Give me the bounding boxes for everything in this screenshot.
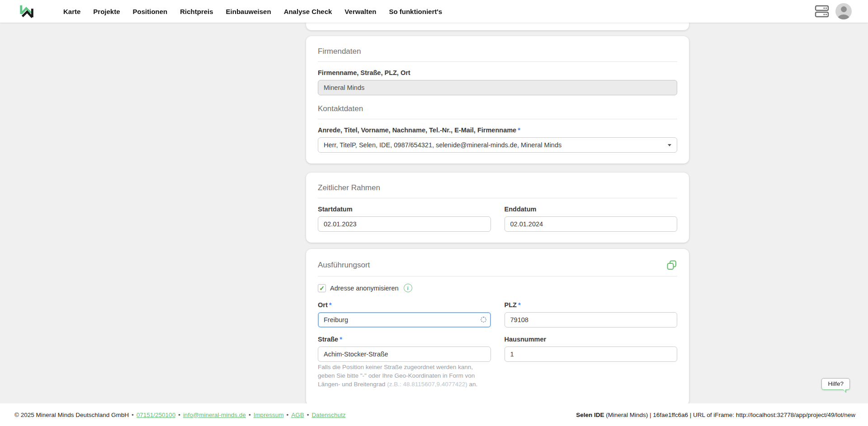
nav-item-so-funktionierts[interactable]: So funktioniert's bbox=[389, 8, 442, 15]
section-divider bbox=[318, 276, 677, 276]
strasse-input[interactable] bbox=[318, 346, 491, 362]
datenschutz-link[interactable]: Datenschutz bbox=[311, 412, 345, 418]
hint-example-text: (z.B.: 48.8115607,9.4077422) bbox=[387, 381, 467, 388]
plz-label-text: PLZ bbox=[505, 301, 517, 309]
zeitlicher-rahmen-card: Zeitlicher Rahmen Startdatum Enddatum bbox=[306, 173, 689, 243]
startdatum-input[interactable] bbox=[318, 216, 491, 232]
section-divider bbox=[318, 61, 677, 62]
page-footer: © 2025 Mineral Minds Deutschland GmbH • … bbox=[0, 403, 868, 426]
previous-section-card-partial bbox=[306, 23, 689, 30]
hausnummer-label: Hausnummer bbox=[505, 336, 678, 343]
enddatum-input[interactable] bbox=[505, 216, 678, 232]
nav-item-positionen[interactable]: Positionen bbox=[133, 8, 168, 15]
form-content: Firmendaten Firmenname, Straße, PLZ, Ort… bbox=[306, 23, 689, 426]
firmendaten-card: Firmendaten Firmenname, Straße, PLZ, Ort… bbox=[306, 36, 689, 164]
ort-input[interactable] bbox=[318, 312, 491, 328]
main-navigation: Karte Projekte Positionen Richtpreis Ein… bbox=[63, 8, 442, 15]
ort-field-group: Ort* bbox=[318, 301, 491, 328]
nav-item-einbauweisen[interactable]: Einbauweisen bbox=[226, 8, 271, 15]
nav-item-analyse-check[interactable]: Analyse Check bbox=[284, 8, 332, 15]
footer-separator: • bbox=[286, 412, 288, 418]
firmenname-input bbox=[318, 80, 677, 95]
anonymize-checkbox[interactable] bbox=[318, 284, 326, 292]
footer-separator: • bbox=[249, 412, 251, 418]
section-divider bbox=[318, 198, 677, 198]
startdatum-label: Startdatum bbox=[318, 206, 491, 213]
kontakt-field-group: Anrede, Titel, Vorname, Nachname, Tel.-N… bbox=[318, 126, 677, 153]
hint-suffix-text: an. bbox=[469, 381, 478, 388]
footer-separator: • bbox=[178, 412, 180, 418]
footer-separator: • bbox=[307, 412, 309, 418]
required-marker: * bbox=[329, 301, 332, 309]
ausfuehrungsort-title: Ausführungsort bbox=[318, 261, 370, 270]
agb-link[interactable]: AGB bbox=[291, 412, 304, 418]
copy-icon[interactable] bbox=[666, 260, 677, 271]
enddatum-label: Enddatum bbox=[505, 206, 678, 213]
app-info-text: (Mineral Minds) | 16fae1ffc6a6 | URL of … bbox=[606, 412, 855, 418]
impressum-link[interactable]: Impressum bbox=[254, 412, 284, 418]
phone-link[interactable]: 07151/250100 bbox=[137, 412, 175, 418]
plz-input[interactable] bbox=[505, 312, 678, 328]
footer-right: Selen IDE (Mineral Minds) | 16fae1ffc6a6… bbox=[576, 412, 855, 418]
zeitlicher-rahmen-title: Zeitlicher Rahmen bbox=[318, 183, 677, 192]
strasse-hint-text: Falls die Position keiner Straße zugeord… bbox=[318, 363, 491, 389]
kontakt-select[interactable]: Herr, TitelP, Selen, IDE, 0987/654321, s… bbox=[318, 137, 677, 153]
required-marker: * bbox=[340, 336, 342, 343]
nav-item-karte[interactable]: Karte bbox=[63, 8, 80, 15]
ort-label: Ort* bbox=[318, 301, 491, 309]
ausfuehrungsort-header: Ausführungsort bbox=[318, 260, 677, 271]
strasse-label: Straße* bbox=[318, 336, 491, 343]
ort-label-text: Ort bbox=[318, 301, 328, 309]
user-avatar-icon[interactable] bbox=[835, 3, 852, 19]
copyright-text: © 2025 Mineral Minds Deutschland GmbH bbox=[14, 412, 129, 418]
firmendaten-title: Firmendaten bbox=[318, 47, 677, 56]
app-name-text: Selen IDE bbox=[576, 412, 604, 418]
kontakt-select-value: Herr, TitelP, Selen, IDE, 0987/654321, s… bbox=[324, 141, 561, 149]
section-divider bbox=[318, 119, 677, 119]
info-icon[interactable]: i bbox=[404, 284, 412, 292]
loading-spinner-icon bbox=[481, 317, 486, 323]
server-icon[interactable] bbox=[815, 5, 829, 18]
footer-left: © 2025 Mineral Minds Deutschland GmbH • … bbox=[14, 412, 345, 418]
footer-separator: • bbox=[132, 412, 134, 418]
required-marker: * bbox=[518, 126, 520, 134]
ort-input-wrap bbox=[318, 312, 491, 328]
hausnummer-field-group: Hausnummer bbox=[505, 336, 678, 362]
strasse-label-text: Straße bbox=[318, 336, 338, 343]
plz-label: PLZ* bbox=[505, 301, 678, 309]
nav-item-richtpreis[interactable]: Richtpreis bbox=[180, 8, 213, 15]
chevron-down-icon bbox=[668, 144, 671, 146]
plz-field-group: PLZ* bbox=[505, 301, 678, 328]
anonymize-row: Adresse anonymisieren i bbox=[318, 284, 677, 292]
startdatum-field-group: Startdatum bbox=[318, 206, 491, 232]
avatar-body-shape bbox=[838, 14, 849, 19]
firmenname-label: Firmenname, Straße, PLZ, Ort bbox=[318, 69, 677, 76]
required-marker: * bbox=[518, 301, 521, 309]
nav-item-verwalten[interactable]: Verwalten bbox=[344, 8, 376, 15]
nav-item-projekte[interactable]: Projekte bbox=[93, 8, 120, 15]
anonymize-label: Adresse anonymisieren bbox=[330, 285, 399, 292]
email-link[interactable]: info@mineral-minds.de bbox=[183, 412, 246, 418]
top-navbar: Karte Projekte Positionen Richtpreis Ein… bbox=[0, 0, 868, 23]
ausfuehrungsort-card: Ausführungsort Adresse anonymisieren i O… bbox=[306, 249, 689, 406]
kontakt-label: Anrede, Titel, Vorname, Nachname, Tel.-N… bbox=[318, 126, 677, 134]
kontaktdaten-title: Kontaktdaten bbox=[318, 104, 677, 113]
enddatum-field-group: Enddatum bbox=[505, 206, 678, 232]
firmenname-field-group: Firmenname, Straße, PLZ, Ort bbox=[318, 69, 677, 95]
strasse-field-group: Straße* bbox=[318, 336, 491, 362]
avatar-head-shape bbox=[841, 6, 847, 12]
hausnummer-input[interactable] bbox=[505, 346, 678, 362]
help-button[interactable]: Hilfe? bbox=[821, 378, 850, 390]
kontakt-label-text: Anrede, Titel, Vorname, Nachname, Tel.-N… bbox=[318, 126, 516, 134]
ort-plz-row: Ort* PLZ* Straße* Hausnumme bbox=[318, 301, 677, 362]
date-fields-row: Startdatum Enddatum bbox=[318, 206, 677, 232]
navbar-right-controls bbox=[815, 3, 852, 19]
mineral-minds-logo-icon[interactable] bbox=[18, 3, 35, 20]
